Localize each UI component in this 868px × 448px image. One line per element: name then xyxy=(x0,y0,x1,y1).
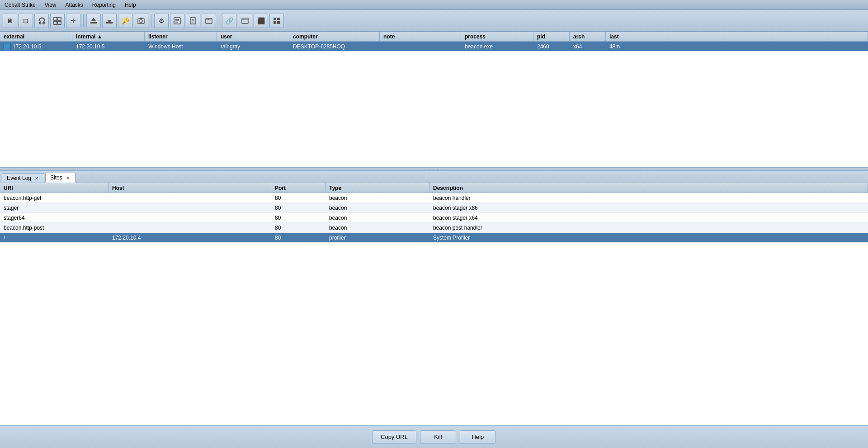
sites-header-desc[interactable]: Description xyxy=(429,183,868,193)
table-row[interactable]: stager64 80 beacon beacon stager x64 xyxy=(0,213,868,223)
svg-point-22 xyxy=(208,19,209,19)
sites-container: URI Host Port Type Description beacon.ht… xyxy=(0,183,868,425)
menu-reporting[interactable]: Reporting xyxy=(90,1,118,9)
upload-btn[interactable] xyxy=(86,14,101,28)
download-btn[interactable] xyxy=(102,14,117,28)
sites-cell-type: beacon xyxy=(326,214,429,222)
header-pid[interactable]: pid xyxy=(533,32,570,41)
svg-marker-5 xyxy=(91,18,96,21)
table-row[interactable]: / 172.20.10.4 80 profiler System Profile… xyxy=(0,233,868,243)
screenshot-btn[interactable] xyxy=(134,14,148,28)
sites-cell-uri: beacon.http-post xyxy=(0,224,108,232)
cell-process: beacon.exe xyxy=(461,42,533,51)
tab-sites-label: Sites xyxy=(50,174,62,181)
apps-btn[interactable] xyxy=(269,14,284,28)
disconnect-btn[interactable]: ⊟ xyxy=(19,14,33,28)
header-last[interactable]: last xyxy=(606,32,868,41)
svg-rect-8 xyxy=(138,19,144,24)
toolbar: 🖥 ⊟ 🎧 ✛ 🔑 ⚙ 🔗 ⬛ xyxy=(0,10,868,32)
svg-rect-10 xyxy=(140,18,142,19)
header-arch[interactable]: arch xyxy=(570,32,606,41)
panel-divider[interactable]: · · · · · xyxy=(0,167,868,171)
link-btn[interactable]: 🔗 xyxy=(222,14,236,28)
header-process[interactable]: process xyxy=(461,32,533,41)
bottom-buttons: Copy URL Kill Help xyxy=(0,425,868,448)
sites-cell-port: 80 xyxy=(271,234,326,242)
sites-cell-type: beacon xyxy=(326,194,429,202)
sites-cell-uri: stager64 xyxy=(0,214,108,222)
sites-cell-port: 80 xyxy=(271,214,326,222)
menu-attacks[interactable]: Attacks xyxy=(64,1,85,9)
svg-point-9 xyxy=(140,19,142,22)
sites-table-body: beacon.http-get 80 beacon beacon handler… xyxy=(0,193,868,425)
sep1 xyxy=(83,14,84,27)
copy-url-button[interactable]: Copy URL xyxy=(372,430,416,443)
sites-header-host[interactable]: Host xyxy=(108,183,271,193)
tab-event-log-close[interactable]: ✕ xyxy=(34,175,39,181)
sites-header-port[interactable]: Port xyxy=(271,183,326,193)
sep3 xyxy=(219,14,219,27)
script-manager-btn[interactable] xyxy=(170,14,184,28)
table-row[interactable]: beacon.http-get 80 beacon beacon handler xyxy=(0,193,868,203)
cell-note xyxy=(380,46,461,47)
header-listener[interactable]: listener xyxy=(145,32,217,41)
menu-cobalt-strike[interactable]: Cobalt Strike xyxy=(3,1,38,9)
header-computer[interactable]: computer xyxy=(289,32,380,41)
sites-cell-port: 80 xyxy=(271,224,326,232)
table-row[interactable]: 172.20.10.5 172.20.10.5 Windows Host rai… xyxy=(0,42,868,52)
cell-internal: 172.20.10.5 xyxy=(72,42,145,51)
view-btn[interactable] xyxy=(238,14,252,28)
sites-cell-host xyxy=(108,217,271,219)
headphones-btn[interactable]: 🎧 xyxy=(34,14,49,28)
sites-cell-uri: stager xyxy=(0,204,108,212)
header-external[interactable]: external xyxy=(0,32,72,41)
sites-table-header: URI Host Port Type Description xyxy=(0,183,868,193)
sites-header-uri[interactable]: URI xyxy=(0,183,108,193)
key-btn[interactable]: 🔑 xyxy=(118,14,132,28)
svg-rect-3 xyxy=(58,21,61,24)
tab-sites[interactable]: Sites ✕ xyxy=(45,173,75,183)
settings-btn[interactable]: ⚙ xyxy=(154,14,169,28)
sites-cell-host xyxy=(108,227,271,229)
sites-cell-host: 172.20.10.4 xyxy=(108,234,271,242)
beacon-console-btn[interactable]: ⬛ xyxy=(254,14,268,28)
header-user[interactable]: user xyxy=(217,32,289,41)
svg-rect-28 xyxy=(277,21,280,24)
sep2 xyxy=(151,14,151,27)
menu-view[interactable]: View xyxy=(43,1,58,9)
menubar: Cobalt Strike View Attacks Reporting Hel… xyxy=(0,0,868,10)
cell-pid: 2460 xyxy=(533,42,570,51)
beacons-table-body: 172.20.10.5 172.20.10.5 Windows Host rai… xyxy=(0,42,868,167)
tab-event-log[interactable]: Event Log ✕ xyxy=(2,173,44,183)
cell-last: 48m xyxy=(606,42,868,51)
table-row[interactable]: beacon.http-post 80 beacon beacon post h… xyxy=(0,223,868,233)
cell-listener: Windows Host xyxy=(145,42,217,51)
notes-btn[interactable] xyxy=(186,14,200,28)
svg-rect-27 xyxy=(274,21,276,24)
help-button[interactable]: Help xyxy=(460,430,496,443)
sites-cell-desc: beacon post handler xyxy=(429,224,868,232)
header-note[interactable]: note xyxy=(380,32,461,41)
sites-cell-desc: beacon stager x64 xyxy=(429,214,868,222)
targets-btn[interactable] xyxy=(50,14,65,28)
sites-cell-uri: / xyxy=(0,234,108,242)
svg-rect-25 xyxy=(274,18,276,20)
new-connection-btn[interactable]: 🖥 xyxy=(3,14,17,28)
sites-cell-port: 80 xyxy=(271,194,326,202)
tab-event-log-label: Event Log xyxy=(7,175,31,181)
beacons-table-header: external internal ▲ listener user comput… xyxy=(0,32,868,42)
menu-help[interactable]: Help xyxy=(123,1,138,9)
sites-cell-desc: beacon stager x86 xyxy=(429,204,868,212)
header-internal[interactable]: internal ▲ xyxy=(72,32,145,41)
pivot-graph-btn[interactable]: ✛ xyxy=(66,14,80,28)
svg-rect-4 xyxy=(90,22,97,24)
sites-cell-port: 80 xyxy=(271,204,326,212)
browser-pivot-btn[interactable] xyxy=(202,14,216,28)
svg-point-21 xyxy=(207,19,208,19)
table-row[interactable]: stager 80 beacon beacon stager x86 xyxy=(0,203,868,213)
sites-header-type[interactable]: Type xyxy=(326,183,429,193)
sites-cell-host xyxy=(108,207,271,209)
tab-sites-close[interactable]: ✕ xyxy=(65,175,71,180)
kill-button[interactable]: Kill xyxy=(420,430,456,443)
cell-external: 172.20.10.5 xyxy=(0,42,72,51)
